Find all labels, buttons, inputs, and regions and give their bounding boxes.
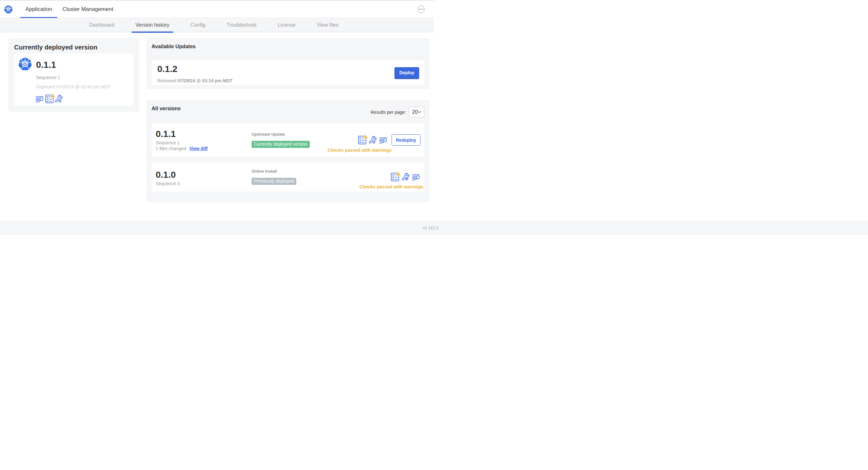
current-sequence: Sequence 1 xyxy=(36,75,111,80)
row-source-label: Upstream Update xyxy=(252,132,358,137)
row-source-label: Online Install xyxy=(252,169,391,174)
current-version-actions xyxy=(36,95,111,103)
preflight-checks-warning-icon[interactable] xyxy=(391,173,399,181)
app-subnav: Dashboard Version history Config Trouble… xyxy=(0,18,434,32)
tab-cluster-management-label: Cluster Management xyxy=(62,6,113,12)
currently-deployed-panel: Currently deployed version 0.1.1 Sequenc… xyxy=(8,38,139,112)
update-released-timestamp: Released 07/29/24 @ 03:14 pm MDT xyxy=(157,78,232,83)
preflight-status-text: Checks passed with warnings xyxy=(328,147,392,153)
release-notes-icon[interactable] xyxy=(379,136,388,144)
chevron-down-icon xyxy=(418,111,421,113)
version-row-0.1.1: 0.1.1 Sequence 1 1 files changed View di… xyxy=(152,124,424,157)
tab-application-label: Application xyxy=(25,6,52,12)
main-content: Currently deployed version 0.1.1 Sequenc… xyxy=(0,32,434,202)
row-actions xyxy=(391,173,421,181)
edit-config-icon[interactable] xyxy=(369,136,377,144)
results-per-page: Results per page: 20 xyxy=(371,107,424,118)
current-deployed-timestamp: Deployed 07/29/24 @ 02:43 pm MDT xyxy=(36,84,111,89)
app-footer: v1.112.1 xyxy=(0,221,434,235)
available-update-card: 0.1.2 Released 07/29/24 @ 03:14 pm MDT D… xyxy=(152,60,424,85)
tab-cluster-management[interactable]: Cluster Management xyxy=(57,1,118,18)
subnav-license[interactable]: License xyxy=(274,18,299,32)
view-config-icon[interactable] xyxy=(402,173,410,181)
results-per-page-select[interactable]: 20 xyxy=(409,107,424,118)
release-notes-icon[interactable] xyxy=(36,95,44,103)
row-sequence: Sequence 1 xyxy=(156,140,252,145)
deployed-status-badge: Previously deployed xyxy=(252,178,296,185)
update-version: 0.1.2 xyxy=(157,64,232,74)
row-files-changed: 1 files changed xyxy=(156,146,186,151)
available-updates-panel: Available Updates 0.1.2 Released 07/29/2… xyxy=(146,38,430,89)
overflow-menu-button[interactable] xyxy=(417,5,425,13)
current-version: 0.1.1 xyxy=(36,60,111,69)
header-tabs: Application Cluster Management xyxy=(20,1,118,18)
currently-deployed-card: 0.1.1 Sequence 1 Deployed 07/29/24 @ 02:… xyxy=(14,54,133,106)
kubernetes-app-icon xyxy=(18,57,32,71)
right-column: Available Updates 0.1.2 Released 07/29/2… xyxy=(146,38,430,202)
subnav-version-history[interactable]: Version history xyxy=(132,18,173,32)
version-row-0.1.0: 0.1.0 Sequence 0 Online Install Previous… xyxy=(152,162,424,192)
release-notes-icon[interactable] xyxy=(412,173,421,181)
deploy-button[interactable]: Deploy xyxy=(395,67,419,79)
all-versions-panel: All versions Results per page: 20 0.1.1 … xyxy=(146,100,430,202)
all-versions-title: All versions xyxy=(152,105,181,112)
currently-deployed-title: Currently deployed version xyxy=(14,43,133,51)
redeploy-button[interactable]: Redeploy xyxy=(392,134,420,146)
kubernetes-logo-icon xyxy=(4,5,13,14)
preflight-checks-warning-icon[interactable] xyxy=(45,95,54,103)
deployed-status-badge: Currently deployed version xyxy=(252,141,310,148)
ellipsis-icon xyxy=(419,9,420,10)
row-actions: Redeploy xyxy=(358,134,420,146)
subnav-config[interactable]: Config xyxy=(187,18,209,32)
edit-config-icon[interactable] xyxy=(55,95,63,103)
row-sequence: Sequence 0 xyxy=(156,181,252,186)
subnav-troubleshoot[interactable]: Troubleshoot xyxy=(223,18,260,32)
subnav-dashboard[interactable]: Dashboard xyxy=(85,18,118,32)
subnav-view-files[interactable]: View files xyxy=(313,18,342,32)
available-updates-title: Available Updates xyxy=(152,43,424,50)
row-version: 0.1.1 xyxy=(156,129,252,139)
row-version: 0.1.0 xyxy=(156,170,252,179)
all-versions-header: All versions Results per page: 20 xyxy=(152,105,424,118)
preflight-status-text: Checks passed with warnings xyxy=(359,184,423,189)
preflight-checks-warning-icon[interactable] xyxy=(358,136,366,144)
view-diff-link[interactable]: View diff xyxy=(189,146,208,151)
app-header: Application Cluster Management xyxy=(0,0,434,18)
tab-application[interactable]: Application xyxy=(20,1,57,18)
results-per-page-label: Results per page: xyxy=(371,110,406,115)
console-version: v1.112.1 xyxy=(423,225,434,230)
